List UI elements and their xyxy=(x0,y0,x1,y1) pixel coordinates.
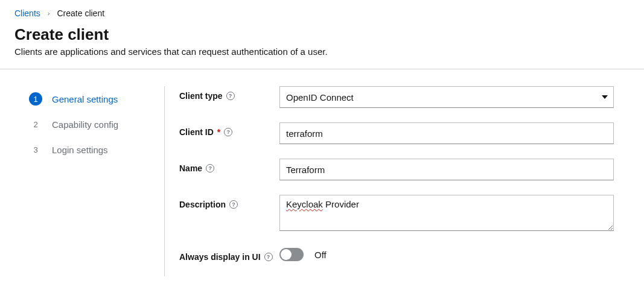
name-label: Name ? xyxy=(179,159,279,173)
client-id-label: Client ID * ? xyxy=(179,122,279,137)
toggle-state-label: Off xyxy=(314,250,327,260)
form-general-settings: Client type ? OpenID Connect Client ID *… xyxy=(165,86,644,276)
wizard-step-capability-config[interactable]: 2 Capability config xyxy=(29,112,164,137)
wizard-nav: 1 General settings 2 Capability config 3… xyxy=(0,86,165,276)
label-text: Name xyxy=(179,163,202,173)
help-icon[interactable]: ? xyxy=(224,128,232,136)
label-text: Always display in UI xyxy=(179,252,261,262)
breadcrumb-current: Create client xyxy=(57,8,104,18)
help-icon[interactable]: ? xyxy=(229,200,238,209)
breadcrumb-parent-link[interactable]: Clients xyxy=(14,8,40,18)
wizard-step-general-settings[interactable]: 1 General settings xyxy=(29,86,164,112)
chevron-right-icon: › xyxy=(48,10,50,17)
page-title: Create client xyxy=(14,25,630,44)
page-header: Create client Clients are applications a… xyxy=(0,23,644,69)
page-subtitle: Clients are applications and services th… xyxy=(14,46,630,57)
step-label: Capability config xyxy=(52,119,118,130)
step-number-badge: 2 xyxy=(29,118,42,131)
step-label: Login settings xyxy=(52,145,108,155)
help-icon[interactable]: ? xyxy=(226,92,235,100)
label-text: Description xyxy=(179,200,226,209)
client-id-input[interactable] xyxy=(279,122,614,144)
step-number-badge: 1 xyxy=(29,92,42,106)
name-input[interactable] xyxy=(279,159,614,180)
description-input[interactable]: Keycloak Provider xyxy=(279,195,614,231)
breadcrumb: Clients › Create client xyxy=(0,0,644,23)
help-icon[interactable]: ? xyxy=(264,253,273,261)
description-label: Description ? xyxy=(179,195,279,209)
label-text: Client type xyxy=(179,91,223,101)
wizard-step-login-settings[interactable]: 3 Login settings xyxy=(29,137,164,162)
help-icon[interactable]: ? xyxy=(206,164,214,172)
step-label: General settings xyxy=(52,94,118,104)
label-text: Client ID xyxy=(179,127,214,137)
required-indicator: * xyxy=(217,127,220,137)
step-number-badge: 3 xyxy=(29,143,42,156)
toggle-knob xyxy=(281,249,292,260)
always-display-label: Always display in UI ? xyxy=(179,247,279,262)
client-type-select[interactable]: OpenID Connect xyxy=(279,86,614,108)
always-display-toggle[interactable] xyxy=(279,248,304,261)
client-type-label: Client type ? xyxy=(179,86,279,101)
